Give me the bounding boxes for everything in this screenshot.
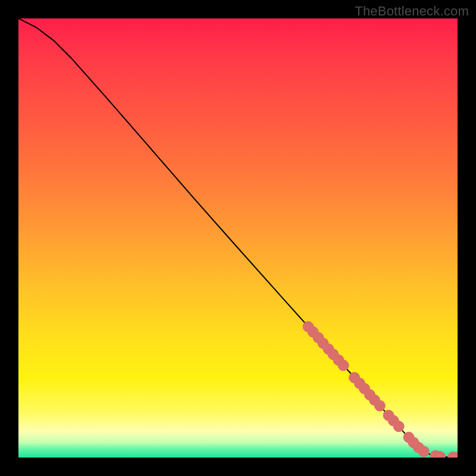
bottleneck-curve — [18, 18, 458, 458]
chart-frame: TheBottleneck.com — [0, 0, 476, 476]
data-marker — [338, 360, 349, 371]
chart-svg — [18, 18, 458, 458]
plot-area — [18, 18, 458, 458]
data-marker — [374, 400, 385, 411]
data-markers — [303, 321, 458, 458]
watermark-text: TheBottleneck.com — [355, 4, 469, 19]
data-marker — [418, 446, 429, 457]
data-marker — [393, 421, 404, 432]
